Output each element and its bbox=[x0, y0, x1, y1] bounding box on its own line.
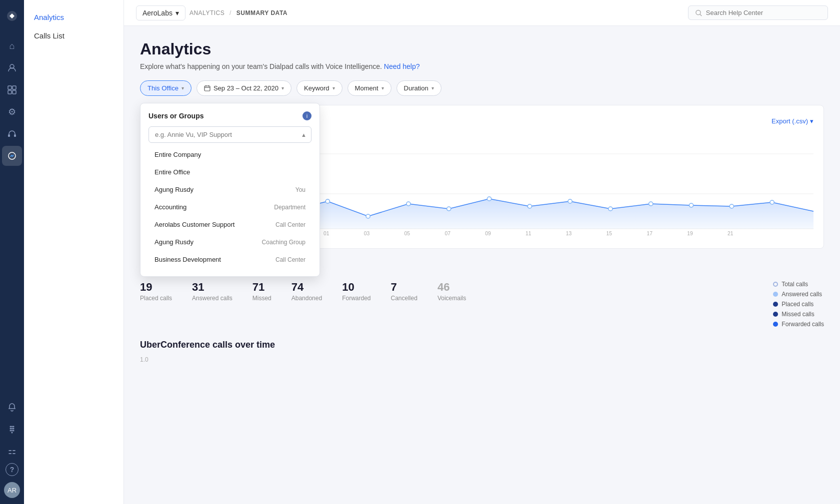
svg-rect-4 bbox=[8, 90, 12, 94]
stat-placed-label: Placed calls bbox=[140, 295, 172, 302]
help-icon[interactable]: ? bbox=[6, 463, 18, 476]
person-icon[interactable] bbox=[2, 58, 22, 78]
page-description: Explore what's happening on your team's … bbox=[140, 62, 824, 70]
legend-total-calls: Total calls bbox=[773, 281, 824, 288]
user-avatar[interactable]: AR bbox=[4, 482, 20, 498]
analytics-icon[interactable] bbox=[2, 146, 22, 166]
sidebar-item-calls-list[interactable]: Calls List bbox=[24, 26, 124, 45]
svg-point-15 bbox=[10, 430, 12, 432]
legend-placed-calls: Placed calls bbox=[773, 301, 824, 308]
breadcrumb-page: SUMMARY DATA bbox=[236, 9, 288, 16]
help-link[interactable]: Need help? bbox=[384, 62, 420, 70]
svg-point-9 bbox=[10, 426, 12, 428]
top-bar: AeroLabs ▾ ANALYTICS / SUMMARY DATA bbox=[124, 0, 840, 26]
stat-answered-label: Answered calls bbox=[192, 295, 232, 302]
workspace-selector[interactable]: AeroLabs ▾ bbox=[136, 5, 186, 20]
svg-point-39 bbox=[689, 203, 693, 207]
home-icon[interactable]: ⌂ bbox=[2, 36, 22, 56]
stat-voicemails-label: Voicemails bbox=[438, 295, 466, 302]
moment-filter-btn[interactable]: Moment ▾ bbox=[348, 80, 392, 96]
dropdown-item-agung-rusdy-you[interactable]: Agung Rusdy You bbox=[148, 181, 312, 198]
main-area: AeroLabs ▾ ANALYTICS / SUMMARY DATA Anal… bbox=[124, 0, 840, 504]
team-icon[interactable] bbox=[2, 80, 22, 100]
dropdown-item-entire-company[interactable]: Entire Company bbox=[148, 146, 312, 163]
dropdown-item-entire-office[interactable]: Entire Office bbox=[148, 163, 312, 181]
dropdown-input-wrap: ▲ bbox=[148, 126, 312, 143]
svg-text:05: 05 bbox=[404, 231, 410, 236]
legend-dot-missed bbox=[773, 312, 778, 317]
uberconference-title: UberConference calls over time bbox=[140, 340, 824, 350]
legend-dot-placed bbox=[773, 302, 778, 307]
content: Analytics Explore what's happening on yo… bbox=[124, 26, 840, 504]
stat-abandoned: 74 Abandoned bbox=[292, 281, 322, 302]
svg-point-38 bbox=[649, 202, 653, 206]
keyword-filter-btn[interactable]: Keyword ▾ bbox=[296, 80, 342, 96]
svg-point-34 bbox=[487, 197, 491, 201]
bell-icon[interactable] bbox=[2, 397, 22, 417]
stat-abandoned-num: 74 bbox=[292, 281, 322, 294]
logo-icon[interactable] bbox=[2, 6, 22, 26]
svg-point-31 bbox=[366, 214, 370, 218]
stat-abandoned-label: Abandoned bbox=[292, 295, 322, 302]
workspace-chevron: ▾ bbox=[176, 9, 179, 17]
stats-row: 19 Placed calls 31 Answered calls 71 Mis… bbox=[140, 281, 824, 328]
stat-cancelled-label: Cancelled bbox=[391, 295, 418, 302]
chart-legend: Total calls Answered calls Placed calls … bbox=[773, 281, 824, 328]
svg-text:03: 03 bbox=[364, 231, 370, 236]
svg-rect-7 bbox=[14, 134, 16, 137]
svg-point-37 bbox=[608, 207, 612, 211]
dropdown-header: Users or Groups i bbox=[148, 111, 312, 120]
svg-point-11 bbox=[13, 426, 14, 428]
svg-rect-5 bbox=[12, 90, 16, 94]
nav-rail: ⌂ ⚙ ⚏ ? AR bbox=[0, 0, 24, 504]
svg-point-40 bbox=[730, 204, 734, 208]
svg-rect-6 bbox=[8, 134, 10, 137]
stat-cancelled: 7 Cancelled bbox=[391, 281, 418, 302]
dropdown-item-agung-coaching[interactable]: Agung Rusdy Coaching Group bbox=[148, 233, 312, 251]
stat-missed-label: Missed bbox=[252, 295, 272, 302]
stat-missed-num: 71 bbox=[252, 281, 272, 294]
stat-answered-calls: 31 Answered calls bbox=[192, 281, 232, 302]
apps-icon[interactable]: ⚏ bbox=[2, 441, 22, 461]
settings-icon[interactable]: ⚙ bbox=[2, 102, 22, 122]
svg-rect-2 bbox=[8, 86, 12, 89]
headset-icon[interactable] bbox=[2, 124, 22, 144]
svg-point-12 bbox=[10, 428, 12, 430]
svg-point-30 bbox=[326, 199, 330, 203]
stat-forwarded: 10 Forwarded bbox=[342, 281, 370, 302]
top-bar-left: AeroLabs ▾ ANALYTICS / SUMMARY DATA bbox=[136, 5, 288, 20]
info-icon[interactable]: i bbox=[302, 111, 312, 120]
svg-point-41 bbox=[770, 200, 774, 204]
date-chevron-icon: ▾ bbox=[282, 85, 284, 91]
dropdown-item-accounting[interactable]: Accounting Department bbox=[148, 198, 312, 216]
export-btn[interactable]: Export (.csv) ▾ bbox=[772, 117, 814, 125]
breadcrumb-section: ANALYTICS bbox=[190, 9, 224, 16]
dropdown-item-aerolabs-cs[interactable]: Aerolabs Customer Support Call Center bbox=[148, 216, 312, 233]
dropdown-title: Users or Groups bbox=[148, 112, 204, 120]
date-filter-btn[interactable]: Sep 23 – Oct 22, 2020 ▾ bbox=[196, 80, 292, 96]
search-input[interactable] bbox=[706, 9, 820, 16]
search-icon bbox=[696, 9, 702, 16]
svg-text:13: 13 bbox=[566, 231, 572, 236]
svg-point-17 bbox=[13, 430, 14, 432]
dialpad-icon[interactable] bbox=[2, 419, 22, 439]
stat-placed-calls: 19 Placed calls bbox=[140, 281, 172, 302]
stat-placed-num: 19 bbox=[140, 281, 172, 294]
legend-answered-calls: Answered calls bbox=[773, 291, 824, 298]
moment-chevron-icon: ▾ bbox=[382, 85, 384, 91]
users-groups-dropdown: Users or Groups i ▲ Entire Company Entir… bbox=[140, 103, 320, 277]
users-groups-input[interactable] bbox=[148, 126, 312, 143]
top-bar-right bbox=[688, 5, 828, 20]
svg-point-13 bbox=[12, 428, 13, 430]
legend-dot-answered bbox=[773, 292, 778, 297]
sidebar-item-analytics[interactable]: Analytics bbox=[24, 8, 124, 26]
office-filter-btn[interactable]: This Office ▾ bbox=[140, 80, 192, 96]
calendar-icon bbox=[204, 85, 210, 91]
stat-voicemails-num: 46 bbox=[438, 281, 466, 294]
uberconference-section: UberConference calls over time 1.0 bbox=[140, 340, 824, 363]
duration-filter-btn[interactable]: Duration ▾ bbox=[396, 80, 442, 96]
svg-point-35 bbox=[528, 204, 532, 208]
dropdown-list: Entire Company Entire Office Agung Rusdy… bbox=[148, 146, 312, 268]
dropdown-item-business-dev[interactable]: Business Development Call Center bbox=[148, 251, 312, 268]
search-box[interactable] bbox=[688, 5, 828, 20]
